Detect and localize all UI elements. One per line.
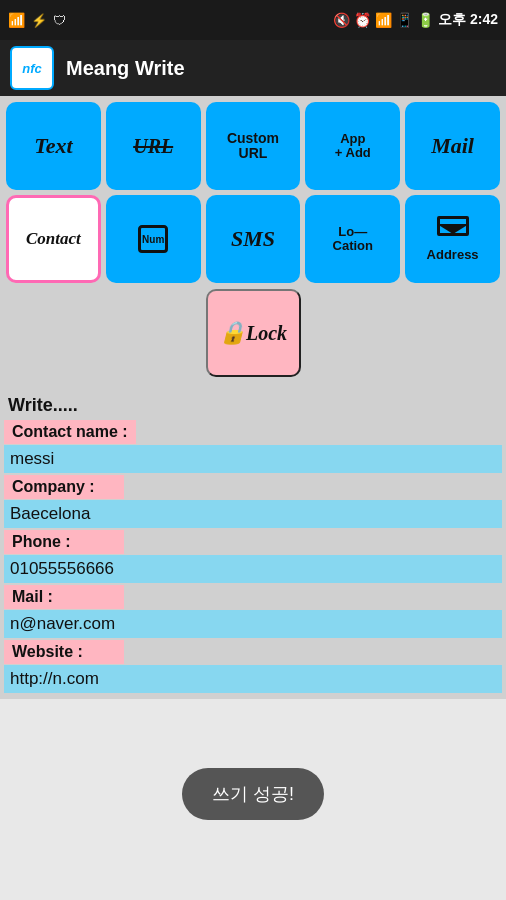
contact-button[interactable]: Contact [6, 195, 101, 283]
address-button-label: Address [427, 248, 479, 262]
app-add-button[interactable]: App+ Add [305, 102, 400, 190]
custom-url-button[interactable]: CustomURL [206, 102, 301, 190]
status-time: 오후 2:42 [438, 11, 498, 29]
website-label: Website : [4, 640, 124, 664]
button-grid: Text URL CustomURL App+ Add Mail Contact… [0, 96, 506, 289]
address-button[interactable]: Address [405, 195, 500, 283]
success-button[interactable]: 쓰기 성공! [182, 768, 324, 820]
usb-icon: ⚡ [31, 13, 47, 28]
num-button-icon: Num [142, 234, 164, 245]
app-title: Meang Write [66, 57, 185, 80]
sms-button-label: SMS [231, 227, 275, 251]
mail-button[interactable]: Mail [405, 102, 500, 190]
write-label: Write..... [4, 393, 502, 418]
carrier-icon: 📶 [8, 12, 25, 28]
location-button[interactable]: Lo—Cation [305, 195, 400, 283]
app-bar: nfc Meang Write [0, 40, 506, 96]
status-left-icons: 📶 ⚡ 🛡 [8, 12, 66, 28]
lock-button[interactable]: 🔒Lock [206, 289, 301, 377]
company-label: Company : [4, 475, 124, 499]
wifi-icon: 📶 [375, 12, 392, 28]
text-button[interactable]: Text [6, 102, 101, 190]
sms-button[interactable]: SMS [206, 195, 301, 283]
status-right-icons: 🔇 ⏰ 📶 📱 🔋 오후 2:42 [333, 11, 498, 29]
phone-row: Phone : 01055556666 [4, 530, 502, 583]
custom-url-button-label: CustomURL [227, 131, 279, 162]
mail-button-label: Mail [431, 134, 474, 158]
mail-label: Mail : [4, 585, 124, 609]
shield-icon: 🛡 [53, 13, 66, 28]
lock-button-label: 🔒Lock [219, 320, 287, 346]
contact-name-value: messi [4, 445, 502, 473]
contact-name-row: Contact name : messi [4, 420, 502, 473]
contact-button-label: Contact [26, 230, 81, 249]
text-button-label: Text [34, 134, 72, 158]
status-bar: 📶 ⚡ 🛡 🔇 ⏰ 📶 📱 🔋 오후 2:42 [0, 0, 506, 40]
alarm-icon: ⏰ [354, 12, 371, 28]
url-button[interactable]: URL [106, 102, 201, 190]
company-value: Baecelona [4, 500, 502, 528]
app-icon: nfc [10, 46, 54, 90]
mute-icon: 🔇 [333, 12, 350, 28]
phone-label: Phone : [4, 530, 124, 554]
url-button-label: URL [133, 135, 173, 157]
company-row: Company : Baecelona [4, 475, 502, 528]
mail-value: n@naver.com [4, 610, 502, 638]
battery-icon: 🔋 [417, 12, 434, 28]
app-add-button-label: App+ Add [335, 132, 371, 161]
phone-value: 01055556666 [4, 555, 502, 583]
lock-row: 🔒Lock [0, 289, 506, 385]
location-button-label: Lo—Cation [333, 225, 373, 254]
contact-name-label: Contact name : [4, 420, 136, 444]
num-button[interactable]: Num [106, 195, 201, 283]
form-area: Write..... Contact name : messi Company … [0, 385, 506, 699]
website-value: http://n.com [4, 665, 502, 693]
signal-icon: 📱 [396, 12, 413, 28]
website-row: Website : http://n.com [4, 640, 502, 693]
mail-row: Mail : n@naver.com [4, 585, 502, 638]
